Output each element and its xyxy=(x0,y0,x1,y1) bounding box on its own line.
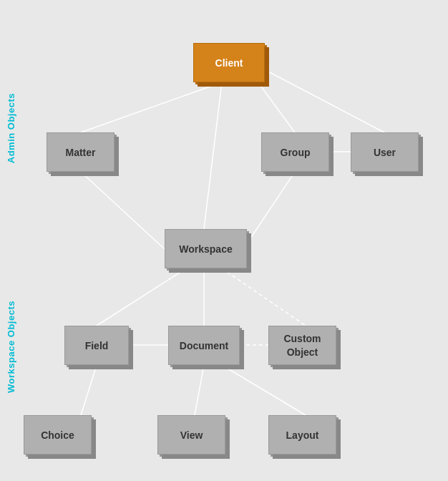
user-box: User xyxy=(351,132,419,172)
svg-line-13 xyxy=(195,365,204,415)
svg-line-5 xyxy=(81,172,165,249)
admin-objects-label: Admin Objects xyxy=(6,93,16,163)
group-box: Group xyxy=(261,132,329,172)
client-box: Client xyxy=(193,43,265,82)
field-box: Field xyxy=(64,326,129,365)
svg-line-0 xyxy=(81,82,222,132)
svg-line-6 xyxy=(243,172,295,249)
svg-line-1 xyxy=(204,82,222,229)
svg-line-12 xyxy=(81,365,97,415)
svg-line-14 xyxy=(222,365,306,415)
layout-box: Layout xyxy=(268,415,336,455)
svg-line-7 xyxy=(97,268,186,326)
workspace-objects-label: Workspace Objects xyxy=(6,301,16,393)
custom-object-box: CustomObject xyxy=(268,326,336,365)
view-box: View xyxy=(157,415,225,455)
choice-box: Choice xyxy=(24,415,92,455)
svg-line-3 xyxy=(250,62,384,132)
workspace-box: Workspace xyxy=(165,229,247,268)
svg-line-9 xyxy=(222,268,306,326)
document-box: Document xyxy=(168,326,240,365)
matter-box: Matter xyxy=(47,132,115,172)
diagram-container: Admin Objects Workspace Objects Client M… xyxy=(0,0,448,481)
